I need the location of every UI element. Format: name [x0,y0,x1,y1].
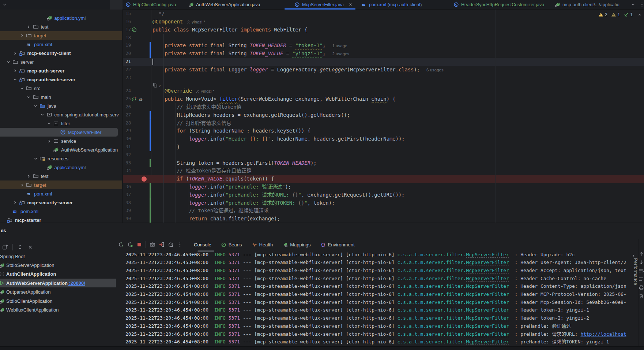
tree-item-mcp-auth-web-server[interactable]: mcp-auth-web-server [0,75,123,84]
stop-button[interactable] [136,242,142,247]
tab-pom-xml-mcp-auth-client-[interactable]: mpom.xml (mcp-auth-client) [361,0,422,9]
chevron-right-icon[interactable] [19,33,25,38]
thread-dump-button[interactable] [150,242,155,247]
chevron-right-icon[interactable] [12,50,18,56]
service-item-spring-boot[interactable]: Spring Boot [0,252,116,261]
tab-options-icon[interactable] [639,2,644,7]
chevron-down-icon[interactable] [33,103,38,109]
tree-item-mcp-security-server[interactable]: mcp-security-server [0,198,123,207]
tree-item-src[interactable]: src [0,84,123,93]
tab-mcpserverfilter-java[interactable]: CMcpServerFilter.java [294,0,353,9]
chevron-down-icon[interactable] [2,2,7,7]
update-running-app-button[interactable] [127,242,133,247]
scrollbar-thumb[interactable] [197,250,214,252]
service-item-authclientapplication[interactable]: AuthClientApplication [0,270,116,279]
tree-item-mcp-starter[interactable]: mcp-starter [0,216,123,223]
log-logger-link[interactable]: McpServerFilter [466,260,509,265]
service-port-link[interactable]: :20000/ [68,280,85,286]
chevron-down-icon[interactable] [12,77,18,82]
tree-item-service[interactable]: service [0,137,123,145]
tab-environment[interactable]: {}Environment [320,242,355,247]
scroll-to-end-button[interactable] [639,276,644,282]
tree-item-pom-xml[interactable]: mpom.xml [0,189,123,198]
log-logger-link[interactable]: McpServerFilter [466,299,509,305]
tree-item-test[interactable]: test [0,172,123,180]
tab-authwebserverapplication-java[interactable]: AuthWebServerApplication.java [188,0,260,9]
tree-item-mcp-security-client[interactable]: mcp-security-client [0,49,123,57]
tree-item-application-yml[interactable]: application.yml [0,163,123,172]
usages-inlay[interactable]: 1 usage [332,44,347,48]
service-item-outparserapplication[interactable]: OutparserApplication [0,288,116,297]
log-message-link[interactable]: http://localhost [580,331,626,337]
exit-button[interactable] [159,242,165,247]
implements-method-gutter-icon[interactable] [132,96,137,102]
tab-list-chevron-icon[interactable] [630,2,636,7]
console-log[interactable]: 2025-11-22T23:20:46.453+08:00 INFO 5371 … [116,250,630,347]
tab-mappings[interactable]: Mappings [282,242,310,247]
tab-health[interactable]: Health [252,242,273,247]
log-logger-link[interactable]: McpServerFilter [466,291,509,297]
usages-inlay[interactable]: 6 usages [426,68,444,72]
chevron-right-icon[interactable] [26,173,32,179]
tree-item-target[interactable]: target [0,180,123,189]
scroll-up-button[interactable] [639,251,644,257]
tab-httpclientconfig-java[interactable]: CHttpClientConfig.java [125,0,176,9]
tree-item-target[interactable]: target [0,31,123,40]
tree-item-resources[interactable]: resources [0,154,123,163]
service-item-stdioserverapplication[interactable]: StdioServerApplication [0,261,116,269]
service-item-stdioclientapplication[interactable]: StdioClientApplication [0,297,116,305]
chevron-up-icon[interactable] [637,12,642,17]
tree-item-authwebserverapplication[interactable]: AuthWebServerApplication [0,145,123,154]
print-button[interactable] [639,285,644,290]
tab-console[interactable]: Console [194,242,211,247]
chevron-down-icon[interactable] [46,120,52,126]
log-logger-link[interactable]: McpServerFilter [466,276,509,282]
author-inlay[interactable]: yingzi * [187,20,205,24]
profiler-button[interactable] [168,242,174,247]
inspections-widget[interactable]: 211 [598,12,642,17]
log-logger-link[interactable]: McpServerFilter [466,268,509,273]
tree-item-test[interactable]: test [0,22,123,31]
tree-item-mcpserverfilter[interactable]: CMcpServerFilter [0,128,118,137]
code-editor[interactable]: 15 */16@Component yingzi *17public class… [123,10,644,223]
log-logger-link[interactable]: McpServerFilter [466,307,509,313]
log-logger-link[interactable]: McpServerFilter [466,331,509,337]
chevron-down-icon[interactable] [33,156,38,161]
scroll-down-button[interactable] [639,260,644,265]
log-logger-link[interactable]: McpServerFilter [466,252,509,258]
log-logger-link[interactable]: McpServerFilter [466,283,509,289]
tab-mcp-auth-client-applicatio[interactable]: mcp-auth-client/.../applicatio [555,0,619,9]
tree-item-filter[interactable]: filter [0,119,123,128]
close-icon[interactable] [348,2,353,7]
tree-item-pom-xml[interactable]: mpom.xml [0,40,123,49]
chevron-right-icon[interactable] [12,68,18,74]
log-logger-link[interactable]: McpServerFilter [466,315,509,321]
chevron-down-icon[interactable] [39,112,45,118]
chevron-down-icon[interactable] [5,59,11,65]
tree-item-server[interactable]: server [0,57,123,66]
service-item-authwebserverapplication[interactable]: AuthWebServerApplication :20000/ [0,279,116,287]
tab-headersynchttprequestcustomizer-java[interactable]: CHeaderSyncHttpRequestCustomizer.java [453,0,544,9]
tab-performance[interactable]: Performance [630,258,638,285]
rerun-button[interactable] [118,242,124,247]
log-logger-link[interactable]: McpServerFilter [466,339,509,345]
log-logger-link[interactable]: McpServerFilter [466,323,509,329]
usages-inlay[interactable]: 2 usages [332,52,350,56]
tree-item-java[interactable]: java [0,101,123,110]
chevron-down-icon[interactable] [26,94,32,100]
tab-beans[interactable]: Beans [221,242,242,247]
author-inlay[interactable]: yingzi * [196,89,214,93]
tree-item-pom-xml[interactable]: mpom.xml [0,207,123,216]
service-item-webfluxclientapplication[interactable]: WebfluxClientApplication [0,305,116,314]
chevron-right-icon[interactable] [26,24,32,30]
collapse-performance-icon[interactable] [631,253,636,258]
tree-item-com-spring-ai-tutorial-mcp-serv[interactable]: com.spring.ai.tutorial.mcp.serv [0,110,123,119]
chevron-down-icon[interactable] [19,85,25,91]
soft-wrap-button[interactable] [639,268,644,273]
chevron-right-icon[interactable] [19,182,25,188]
breakpoint-dot[interactable] [142,176,147,182]
chevron-right-icon[interactable] [12,200,18,205]
chevron-right-icon[interactable] [46,138,52,144]
clear-console-button[interactable] [639,293,644,299]
tree-item-main[interactable]: main [0,93,123,101]
